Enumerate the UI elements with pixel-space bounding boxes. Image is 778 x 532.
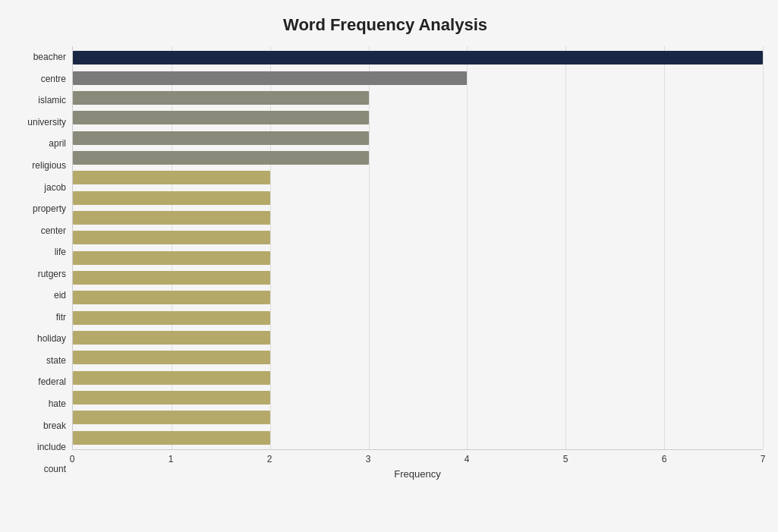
bar: [73, 131, 369, 145]
bar: [73, 231, 270, 244]
bar: [73, 311, 270, 325]
bar-row: [73, 148, 763, 168]
y-label: center: [41, 221, 66, 241]
bar-row: [73, 408, 763, 427]
bar-row: [73, 268, 763, 288]
bar-row: [73, 328, 763, 348]
y-label: jacob: [44, 178, 66, 197]
x-tick: 7: [761, 454, 766, 464]
bar: [73, 191, 270, 205]
bar: [73, 211, 270, 225]
bar-row: [73, 248, 763, 268]
bar: [73, 411, 270, 424]
x-tick: 0: [70, 454, 75, 464]
bar-row: [73, 388, 763, 408]
bar: [73, 51, 763, 65]
x-axis-label: Frequency: [72, 468, 763, 480]
x-tick: 3: [366, 454, 371, 464]
bar: [73, 291, 270, 304]
bar-row: [73, 88, 763, 108]
x-tick: 5: [563, 454, 569, 464]
bar: [73, 251, 270, 265]
y-label: religious: [32, 156, 66, 175]
y-label: count: [44, 459, 66, 479]
y-label: life: [55, 242, 66, 262]
bar-row: [73, 228, 763, 247]
y-label: eid: [54, 285, 66, 305]
bar: [73, 431, 270, 445]
y-label: university: [27, 112, 66, 132]
bar: [73, 171, 270, 184]
plot-area: 01234567 Frequency: [72, 46, 763, 480]
y-label: fitr: [56, 307, 66, 327]
x-tick: 1: [169, 454, 174, 464]
chart-area: beachercentreislamicuniversityaprilrelig…: [8, 46, 763, 480]
bar-row: [73, 208, 763, 228]
bar: [73, 91, 369, 105]
grid-line: [763, 46, 764, 449]
bar-row: [73, 68, 763, 88]
bar-row: [73, 308, 763, 328]
bar: [73, 391, 270, 405]
bar: [73, 151, 369, 165]
bar-row: [73, 188, 763, 208]
y-label: april: [49, 134, 66, 153]
bar-row: [73, 168, 763, 187]
bar-row: [73, 428, 763, 448]
bar: [73, 111, 369, 124]
bar-row: [73, 288, 763, 307]
y-label: break: [43, 416, 66, 436]
bar-row: [73, 348, 763, 367]
y-label: include: [37, 437, 66, 457]
x-axis: 01234567: [72, 450, 763, 465]
chart-title: Word Frequency Analysis: [8, 8, 763, 46]
y-label: state: [46, 351, 66, 370]
bar: [73, 331, 270, 345]
bar-row: [73, 128, 763, 148]
bar: [73, 371, 270, 385]
bar-row: [73, 368, 763, 388]
bar: [73, 351, 270, 364]
bar-row: [73, 48, 763, 68]
y-label: hate: [49, 394, 66, 414]
y-label: beacher: [33, 47, 66, 67]
y-label: islamic: [38, 90, 66, 110]
bars-container: [73, 46, 763, 449]
y-label: federal: [38, 372, 66, 392]
grid-and-bars: [72, 46, 763, 450]
bar: [73, 271, 270, 285]
chart-container: Word Frequency Analysis beachercentreisl…: [0, 0, 778, 532]
x-tick: 6: [662, 454, 667, 464]
x-tick: 4: [465, 454, 470, 464]
bar-row: [73, 108, 763, 127]
y-label: holiday: [37, 329, 66, 348]
y-axis: beachercentreislamicuniversityaprilrelig…: [8, 46, 72, 480]
x-tick: 2: [267, 454, 272, 464]
y-label: centre: [41, 69, 66, 89]
bar: [73, 71, 467, 85]
y-label: property: [33, 199, 66, 219]
y-label: rutgers: [38, 264, 66, 284]
